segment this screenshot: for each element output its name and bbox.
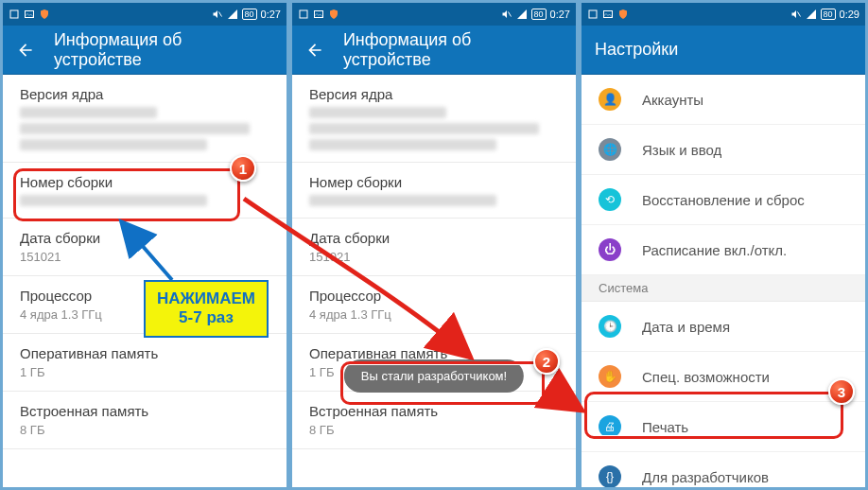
globe-icon: 🌐 [599,138,621,161]
row-label: Восстановление и сброс [642,192,805,208]
app-bar: Информация об устройстве [292,26,576,75]
row-processor[interactable]: Процессор 4 ядра 1.3 ГГц [292,276,576,334]
settings-list: Версия ядра Номер сборки Дата сборки 151… [3,75,286,449]
step-marker-1: 1 [230,155,256,182]
row-label: Встроенная память [20,403,269,419]
status-time: 0:27 [261,9,281,20]
row-label: Для разработчиков [642,469,769,485]
image-icon [313,9,324,20]
phone-screenshot-3: 80 0:29 Настройки 👤 Аккаунты 🌐 Язык и вв… [579,0,868,490]
svg-line-2 [218,12,221,17]
row-label: Версия ядра [20,86,269,102]
svg-line-5 [508,12,511,17]
row-label: Оперативная память [20,345,269,361]
row-build-date[interactable]: Дата сборки 151021 [3,219,286,276]
row-label: Номер сборки [309,174,559,190]
blurred-value [20,195,207,206]
back-arrow-icon[interactable] [16,41,35,60]
image-icon [24,9,35,20]
row-label: Версия ядра [309,86,559,102]
callout-line-2: 5-7 раз [155,308,257,327]
status-time: 0:27 [550,9,570,20]
battery-icon: 80 [821,9,836,20]
shield-icon [328,9,339,20]
row-label: Встроенная память [309,403,559,419]
row-value: 151021 [309,250,559,264]
square-icon [587,9,599,20]
row-value: 151021 [20,250,269,264]
row-value: 8 ГБ [309,423,559,437]
row-label: Спец. возможности [642,369,770,385]
status-bar: 80 0:27 [292,3,576,26]
status-bar: 80 0:29 [582,3,865,26]
row-internal-storage[interactable]: Встроенная память 8 ГБ [3,392,286,449]
row-accounts[interactable]: 👤 Аккаунты [582,75,865,125]
mute-icon [501,9,512,20]
status-time: 0:29 [840,9,859,20]
row-value: 1 ГБ [20,365,269,379]
status-bar: 80 0:27 [3,3,286,26]
restore-icon: ⟲ [599,188,621,211]
row-value: 4 ядра 1.3 ГГц [309,307,559,322]
appbar-title: Информация об устройстве [54,30,273,70]
blurred-value [309,139,496,150]
battery-icon: 80 [531,9,547,20]
image-icon [602,9,614,20]
back-arrow-icon[interactable] [305,41,324,60]
person-icon: 👤 [599,88,621,111]
row-language-input[interactable]: 🌐 Язык и ввод [582,125,865,175]
svg-rect-0 [10,10,18,18]
callout-line-1: НАЖИМАЕМ [155,289,257,308]
signal-icon [516,9,528,20]
row-label: Дата сборки [309,230,559,246]
svg-rect-7 [604,11,613,18]
row-ram[interactable]: Оперативная память 1 ГБ [3,334,286,392]
blurred-value [20,139,207,150]
printer-icon: 🖨 [599,415,621,438]
callout-tap-instruction: НАЖИМАЕМ 5-7 раз [144,280,269,338]
row-label: Печать [642,419,688,435]
svg-rect-3 [300,10,307,18]
hand-icon: ✋ [599,365,621,388]
row-kernel-version[interactable]: Версия ядра [292,75,576,163]
clock-icon: 🕒 [599,315,621,338]
app-bar: Информация об устройстве [3,26,286,75]
square-icon [9,9,20,20]
row-accessibility[interactable]: ✋ Спец. возможности [582,352,865,402]
svg-rect-4 [315,11,323,18]
section-system: Система [582,275,865,302]
row-build-date[interactable]: Дата сборки 151021 [292,219,576,276]
row-internal-storage[interactable]: Встроенная память 8 ГБ [292,392,576,449]
row-print[interactable]: 🖨 Печать [582,402,865,452]
svg-line-8 [797,12,800,17]
row-label: Аккаунты [642,92,703,108]
developer-toast: Вы стали разработчиком! [344,359,524,393]
mute-icon [790,9,802,20]
row-label: Язык и ввод [642,142,721,158]
row-backup-reset[interactable]: ⟲ Восстановление и сброс [582,175,865,225]
step-marker-3: 3 [828,378,855,405]
signal-icon [806,9,817,20]
braces-icon: {} [599,465,621,488]
row-build-number[interactable]: Номер сборки [292,163,576,219]
blurred-value [309,107,446,118]
mute-icon [212,9,223,20]
appbar-title: Информация об устройстве [343,30,563,70]
clock-icon: ⏻ [599,238,621,261]
settings-list: 👤 Аккаунты 🌐 Язык и ввод ⟲ Восстановлени… [582,75,865,490]
blurred-value [309,123,539,134]
blurred-value [20,107,157,118]
step-marker-2: 2 [533,348,560,375]
square-icon [298,9,309,20]
row-value: 8 ГБ [20,423,269,437]
appbar-title: Настройки [595,40,678,60]
row-label: Процессор [309,288,559,304]
row-schedule-power[interactable]: ⏻ Расписание вкл./откл. [582,225,865,275]
phone-screenshot-2: 80 0:27 Информация об устройстве Версия … [289,0,579,490]
row-developer-options[interactable]: {} Для разработчиков [582,452,865,490]
row-kernel-version[interactable]: Версия ядра [3,75,286,163]
battery-icon: 80 [242,9,257,20]
shield-icon [617,9,629,20]
blurred-value [20,123,250,134]
row-date-time[interactable]: 🕒 Дата и время [582,302,865,352]
